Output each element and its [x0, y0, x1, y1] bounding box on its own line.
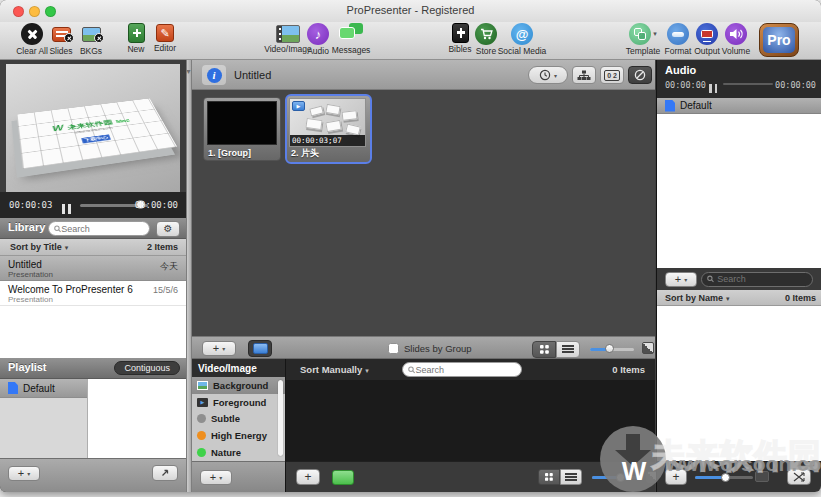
pro-logo-icon: Pro	[759, 23, 799, 57]
list-view-button[interactable]	[556, 341, 580, 358]
new-document-icon	[128, 23, 145, 43]
expand-diagonal-icon	[160, 468, 170, 478]
contiguous-mode-button[interactable]: Contiguous	[114, 361, 180, 375]
media-group-scrollbar[interactable]	[278, 380, 283, 456]
messages-button[interactable]: Messages	[330, 23, 372, 59]
slide-counter-button[interactable]: 0 2	[600, 66, 624, 84]
playlist-title: Playlist	[8, 361, 47, 373]
output-icon	[696, 23, 718, 45]
timer-button[interactable]: ▾	[528, 66, 568, 84]
media-size-thumb[interactable]	[616, 473, 625, 482]
media-browser-header: Sort Manually▾ 0 Items	[285, 359, 655, 380]
library-search-input[interactable]	[61, 224, 144, 234]
template-button[interactable]: ▾ Template	[620, 23, 666, 59]
grid-icon	[545, 473, 553, 481]
video-frame: W 未来软件园 Mac www.orsoon.com 下载中心	[17, 98, 178, 168]
audio-search-input[interactable]	[717, 274, 807, 284]
library-settings-button[interactable]: ⚙	[156, 221, 180, 237]
document-header: i Untitled ▾ 0 2	[192, 60, 655, 90]
audio-volume-slider[interactable]	[695, 476, 753, 479]
playback-mode-badge[interactable]	[755, 471, 769, 482]
crossfade-arrows-icon	[793, 472, 805, 482]
editor-button[interactable]: ✎ Editor	[150, 23, 180, 59]
audio-bin-button[interactable]: ♪ Audio	[303, 23, 333, 59]
slide-cell-selected[interactable]: ▶ 00:00:03;07 2. 片头	[285, 94, 372, 164]
splitter-collapse-icon[interactable]: ▼	[185, 68, 192, 75]
clear-bkgs-button[interactable]: BKGs	[76, 23, 106, 59]
audio-crossfade-button[interactable]	[787, 469, 811, 485]
clock-icon	[539, 69, 551, 81]
media-item-count: 0 Items	[612, 364, 645, 375]
audio-sort-button[interactable]: Sort by Name▾	[665, 293, 730, 303]
template-icon	[629, 23, 651, 45]
slide-cell-group[interactable]: 1. [Group]	[203, 97, 281, 161]
volume-icon	[725, 23, 747, 45]
pause-button[interactable]	[62, 200, 74, 218]
library-sort-button[interactable]: Sort by Title▾	[10, 242, 68, 252]
media-theme-button[interactable]	[332, 470, 354, 485]
media-group-background[interactable]: Background	[192, 377, 285, 394]
audio-seek-slider[interactable]	[723, 83, 773, 85]
plus-icon: +	[213, 343, 219, 354]
clear-slide-button[interactable]	[628, 66, 652, 84]
audio-playlist-default[interactable]: Default	[657, 98, 821, 114]
playlist-add-button[interactable]: + ▾	[8, 466, 40, 481]
slide-add-button[interactable]: + ▾	[202, 341, 236, 356]
audio-add-button[interactable]: + ▾	[665, 272, 697, 287]
library-search-field[interactable]	[48, 221, 150, 236]
media-sort-button[interactable]: Sort Manually▾	[300, 364, 369, 375]
library-sort-bar: Sort by Title▾ 2 Items	[0, 239, 186, 256]
media-search-field[interactable]	[402, 362, 522, 377]
clear-slides-button[interactable]: Slides	[46, 23, 76, 59]
library-item-welcome[interactable]: Welcome To ProPresenter 6 Presentation 1…	[0, 281, 186, 306]
pro-logo: Pro	[757, 23, 801, 59]
video-clip-badge-icon: ▶	[292, 101, 305, 111]
chevron-down-icon: ▾	[27, 470, 30, 477]
media-add-button[interactable]: +	[296, 469, 320, 485]
media-group-nature[interactable]: Nature	[192, 444, 285, 461]
social-media-button[interactable]: @ Social Media	[496, 23, 548, 59]
thumbnail-size-slider[interactable]	[590, 348, 634, 351]
arrangement-button[interactable]	[572, 66, 596, 84]
media-group-add-button[interactable]: + ▾	[200, 470, 232, 485]
main-toolbar: Clear All Slides BKGs New ✎ Editor	[0, 22, 821, 60]
library-list-empty	[0, 306, 186, 358]
media-search-input[interactable]	[415, 365, 516, 375]
playlist-bottom-bar: + ▾	[0, 458, 186, 492]
audio-bin-panel: Audio 00:00:00 00:00:00 Default + ▾ Sort…	[656, 60, 821, 492]
plus-icon: +	[304, 471, 311, 483]
audio-bin-icon: ♪	[307, 23, 329, 45]
plus-icon: +	[675, 274, 681, 285]
playlist-expand-button[interactable]	[152, 465, 178, 481]
playlist-item-default[interactable]: Default	[0, 379, 87, 398]
media-group-high-energy[interactable]: High Energy	[192, 427, 285, 444]
new-document-button[interactable]: New	[122, 23, 150, 59]
format-button[interactable]: Format	[661, 23, 695, 59]
media-grid-view-button[interactable]	[538, 469, 560, 485]
media-size-slider[interactable]	[592, 476, 640, 479]
audio-volume-thumb[interactable]	[721, 473, 730, 482]
audio-title: Audio	[665, 64, 696, 76]
messages-icon	[339, 23, 363, 44]
plus-icon: +	[210, 472, 216, 483]
slide-theme-button[interactable]	[248, 340, 272, 357]
thumbnail-size-thumb[interactable]	[605, 344, 614, 353]
document-info-button[interactable]: i	[202, 65, 226, 85]
slides-by-group-checkbox[interactable]	[388, 343, 399, 354]
media-group-foreground[interactable]: ▶ Foreground	[192, 394, 285, 411]
grid-view-button[interactable]	[532, 341, 556, 358]
detach-corner-button[interactable]	[642, 342, 654, 354]
audio-file-add-button[interactable]: +	[665, 469, 687, 485]
media-list-view-button[interactable]	[560, 469, 582, 485]
video-image-icon	[276, 25, 300, 43]
library-item-untitled[interactable]: Untitled Presentation 今天	[0, 256, 186, 281]
media-group-subtle[interactable]: Subtle	[192, 411, 285, 428]
audio-search-field[interactable]	[701, 272, 813, 287]
audio-item-count: 0 Items	[785, 293, 816, 303]
audio-pause-button[interactable]	[709, 79, 720, 97]
output-preview-pane: W 未来软件园 Mac www.orsoon.com 下载中心 00:00:03…	[0, 60, 186, 218]
preview-elapsed-time: 00:00:03	[9, 200, 52, 210]
chevron-down-icon: ▾	[554, 72, 557, 79]
list-icon	[562, 343, 574, 354]
volume-button[interactable]: Volume	[719, 23, 753, 59]
